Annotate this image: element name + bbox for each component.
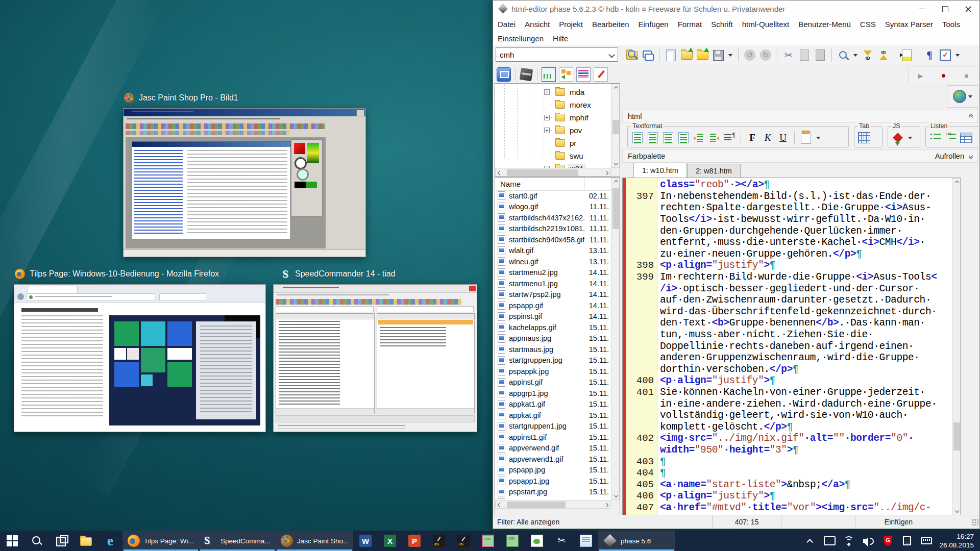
file-row[interactable]: kachelapps.gif15.11. xyxy=(495,322,611,333)
file-row[interactable]: appgrp1.jpg15.11. xyxy=(495,388,611,399)
save-dropdown-button[interactable] xyxy=(727,48,734,62)
validate-dropdown-button[interactable] xyxy=(954,48,961,62)
file-row[interactable]: pspinst.gif14.11. xyxy=(495,311,611,322)
file-row[interactable]: appkat.gif15.11. xyxy=(495,410,611,421)
dropdown-arrow-icon[interactable] xyxy=(968,95,972,98)
numbered-list-button[interactable] xyxy=(944,131,958,144)
undo-button[interactable]: ↺ xyxy=(743,48,757,62)
tray-expand-button[interactable] xyxy=(800,531,820,551)
file-row[interactable]: pspappk.jpg15.11. xyxy=(495,366,611,377)
file-row[interactable]: startmenu1.jpg14.11. xyxy=(495,278,611,289)
export-button[interactable] xyxy=(899,48,914,62)
italic-button[interactable]: K xyxy=(761,131,774,144)
file-row[interactable]: startbildsch2219x1081...11.11. xyxy=(495,223,611,235)
chart-button[interactable] xyxy=(542,67,556,82)
scroll-up-arrow[interactable] xyxy=(611,178,620,186)
indent-button[interactable] xyxy=(692,131,705,144)
file-row[interactable]: wlalt.gif13.11. xyxy=(495,245,611,257)
menu-item-html-quelltext[interactable]: html-Quelltext xyxy=(738,20,794,29)
editor-vertical-scrollbar[interactable] xyxy=(952,178,961,515)
menu-item-datei[interactable]: Datei xyxy=(493,20,520,29)
scroll-up-arrow[interactable] xyxy=(611,84,620,92)
file-row[interactable]: pspapp.jpg15.11. xyxy=(495,465,611,476)
titlebar[interactable]: html-editor phase 5.6.2.3 © hdb - köln ¤… xyxy=(493,1,979,17)
align-right-button[interactable] xyxy=(662,131,675,144)
file-row[interactable]: wlogo.gif11.11. xyxy=(495,202,611,213)
menu-item-projekt[interactable]: Projekt xyxy=(554,20,587,29)
search-button[interactable] xyxy=(836,48,850,62)
file-row[interactable]: pspstart.jpg15.11. xyxy=(495,487,611,498)
validate-button[interactable]: ✓ xyxy=(938,48,952,62)
file-row[interactable]: startmenu2.jpg14.11. xyxy=(495,267,611,279)
paste-button[interactable] xyxy=(813,48,827,62)
file-row[interactable]: startw7psp2.jpg14.11. xyxy=(495,289,611,300)
new-file-button[interactable] xyxy=(664,48,678,62)
file-row[interactable]: startbildsch4437x2162...11.11. xyxy=(495,212,611,223)
window-list-button[interactable] xyxy=(641,48,655,62)
notepad-button[interactable] xyxy=(574,531,598,551)
tree-item-pov[interactable]: +pov xyxy=(495,124,610,137)
scroll-down-arrow[interactable] xyxy=(611,159,620,167)
network-tray-icon[interactable] xyxy=(839,531,859,551)
file-row[interactable]: start0.gif02.11. xyxy=(495,190,611,202)
minimize-button[interactable] xyxy=(911,1,934,17)
expand-icon[interactable]: + xyxy=(544,128,550,133)
file-row[interactable]: appinst1.gif15.11. xyxy=(495,432,611,443)
taskbar-clock[interactable]: 16:2726.08.2015 xyxy=(936,531,980,551)
copy-button[interactable] xyxy=(797,48,812,62)
tree-item-swu[interactable]: swu xyxy=(495,149,610,162)
start-button[interactable] xyxy=(0,531,24,551)
menu-item-tools[interactable]: Tools xyxy=(938,20,965,29)
cut-button[interactable]: ✂ xyxy=(781,48,796,62)
sitemap-button[interactable] xyxy=(559,67,573,82)
play-button[interactable]: ▶ xyxy=(912,68,929,83)
file-row[interactable]: wlneu.gif13.11. xyxy=(495,256,611,267)
file-row[interactable]: startgruppen.jpg15.11. xyxy=(495,355,611,366)
snipping-tool-button[interactable]: ✂ xyxy=(549,531,574,551)
js-dropdown-button[interactable] xyxy=(906,131,914,145)
tree-item-mda[interactable]: +mda xyxy=(495,86,610,98)
scrollbar-thumb[interactable] xyxy=(612,188,619,229)
menu-item-format[interactable]: Format xyxy=(673,20,707,29)
tree-item-mphif[interactable]: +mphif xyxy=(495,111,610,124)
code-editor[interactable]: class="reob"·></a>¶397In·nebenstehendem·… xyxy=(622,178,961,516)
scroll-right-arrow[interactable] xyxy=(602,500,610,509)
tree-horizontal-scrollbar[interactable] xyxy=(495,168,611,177)
menu-item-hilfe[interactable]: Hilfe xyxy=(548,34,573,43)
tree-item-morex[interactable]: morex xyxy=(495,98,610,111)
resize-grip[interactable] xyxy=(971,518,978,525)
open-project-button[interactable] xyxy=(695,48,709,62)
menu-item-ansicht[interactable]: Ansicht xyxy=(520,20,554,29)
open-file-button[interactable] xyxy=(679,48,694,62)
chameleon-editor-button[interactable] xyxy=(525,531,549,551)
menu-item-syntax-parser[interactable]: Syntax Parser xyxy=(880,20,938,29)
tree-vertical-scrollbar[interactable] xyxy=(611,84,620,168)
edit-document-button[interactable] xyxy=(594,67,608,82)
document-tab-1-w10-htm[interactable]: 1: w10.htm xyxy=(633,163,687,178)
note-dropdown-button[interactable] xyxy=(815,131,822,145)
pilcrow-toggle-button[interactable]: ¶ xyxy=(922,48,937,62)
html-rollup-bar[interactable]: html xyxy=(622,110,978,123)
note-button[interactable] xyxy=(799,131,813,144)
file-row[interactable]: pspapp.gif14.11. xyxy=(495,300,611,311)
tree-item-pr[interactable]: pr xyxy=(495,137,610,149)
preview-window-firefox[interactable] xyxy=(14,284,266,432)
bold-button[interactable]: F xyxy=(746,131,759,144)
file-row[interactable]: appverwend.gif15.11. xyxy=(495,443,611,454)
id-down-button[interactable]: ID xyxy=(861,48,875,62)
align-center-button[interactable] xyxy=(646,131,659,144)
scrollbar-thumb[interactable] xyxy=(507,169,578,176)
file-row[interactable]: startmaus.jpg15.11. xyxy=(495,344,611,355)
menu-item-benutzer-men-[interactable]: Benutzer-Menü xyxy=(794,20,855,29)
globe-icon[interactable] xyxy=(953,90,966,103)
redo-button[interactable]: ↻ xyxy=(758,48,773,62)
scroll-down-arrow[interactable] xyxy=(952,507,961,515)
firefox-task[interactable]: Tilps Page: Wi... xyxy=(122,531,199,551)
document-tab-2-w81-htm[interactable]: 2: w81.htm xyxy=(687,164,741,178)
js-insert-button[interactable] xyxy=(891,131,904,144)
underline-button[interactable]: U xyxy=(776,131,790,144)
farbpalette-rollup-bar[interactable]: Farbpalette Aufrollen xyxy=(622,149,978,163)
search-dropdown-button[interactable] xyxy=(852,48,859,62)
js-clock-button-2[interactable] xyxy=(451,531,476,551)
preview-browser-button[interactable] xyxy=(625,48,639,62)
